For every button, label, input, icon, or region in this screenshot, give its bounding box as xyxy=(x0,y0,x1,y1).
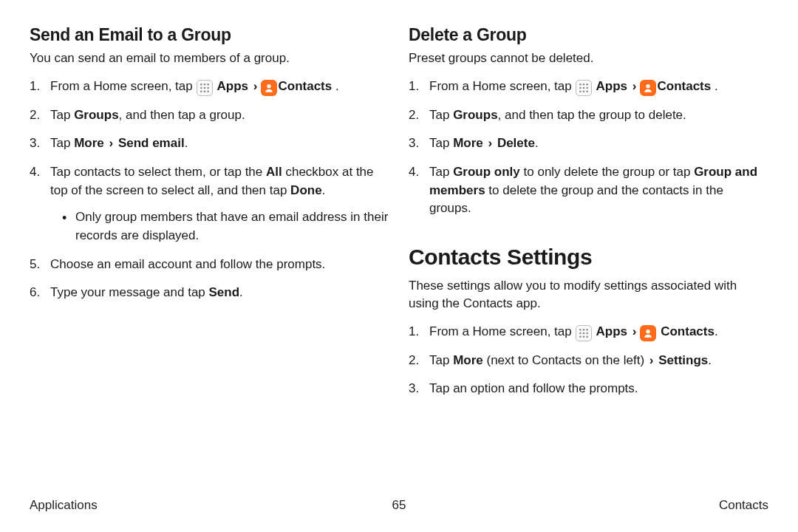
heading-send-email: Send an Email to a Group xyxy=(30,25,389,45)
substep-1: Only group members that have an email ad… xyxy=(62,208,389,245)
all-label: All xyxy=(266,165,282,179)
text: Tap contacts to select them, or tap the xyxy=(50,165,266,179)
more-label: More xyxy=(74,136,107,150)
svg-point-19 xyxy=(647,84,650,88)
step-5: Choose an email account and follow the p… xyxy=(30,256,389,274)
intro-send-email: You can send an email to members of a gr… xyxy=(30,50,389,67)
steps-send-email: From a Home screen, tap Apps ›Contacts .… xyxy=(30,78,389,302)
manual-page: Send an Email to a Group You can send an… xyxy=(0,0,798,532)
svg-point-7 xyxy=(204,90,206,92)
svg-point-3 xyxy=(201,87,203,89)
step-1: From a Home screen, tap Apps › Contacts. xyxy=(409,323,768,341)
svg-point-10 xyxy=(580,83,582,86)
text: Tap xyxy=(429,108,453,122)
svg-point-25 xyxy=(587,332,589,334)
footer-right: Contacts xyxy=(719,498,768,513)
steps-delete-group: From a Home screen, tap Apps ›Contacts .… xyxy=(409,78,768,218)
text: . xyxy=(711,79,717,93)
chevron-icon: › xyxy=(109,136,113,150)
svg-point-24 xyxy=(583,332,585,334)
svg-point-28 xyxy=(587,335,589,338)
intro-contacts-settings: These settings allow you to modify setti… xyxy=(409,277,768,313)
svg-point-2 xyxy=(208,83,210,86)
svg-point-1 xyxy=(204,83,206,86)
step-6: Type your message and tap Send. xyxy=(30,284,389,302)
contacts-label: Contacts xyxy=(657,79,711,93)
svg-point-5 xyxy=(208,87,210,89)
footer-left: Applications xyxy=(30,498,98,513)
svg-point-26 xyxy=(580,335,582,338)
text: (next to Contacts on the left) xyxy=(483,353,648,367)
step-3: Tap an option and follow the prompts. xyxy=(409,380,768,398)
svg-point-0 xyxy=(201,83,203,86)
svg-point-14 xyxy=(583,87,585,89)
contacts-label: Contacts xyxy=(278,79,332,93)
heading-contacts-settings: Contacts Settings xyxy=(409,245,768,270)
text: Tap xyxy=(50,108,74,122)
text: . xyxy=(322,183,326,197)
contacts-label: Contacts xyxy=(657,324,714,338)
intro-delete-group: Preset groups cannot be deleted. xyxy=(409,50,768,67)
apps-icon xyxy=(576,80,592,96)
group-only-label: Group only xyxy=(453,165,520,179)
step-2: Tap Groups, and then tap a group. xyxy=(30,106,389,125)
text: From a Home screen, tap xyxy=(50,79,196,93)
text: . xyxy=(185,136,188,150)
svg-point-23 xyxy=(580,332,582,334)
text: . xyxy=(715,324,718,338)
apps-label: Apps xyxy=(593,324,630,338)
text: . xyxy=(535,136,539,150)
contacts-icon xyxy=(261,80,277,96)
svg-point-8 xyxy=(208,90,210,92)
step-4: Tap Group only to only delete the group … xyxy=(409,163,768,218)
more-label: More xyxy=(453,136,486,150)
steps-contacts-settings: From a Home screen, tap Apps › Contacts.… xyxy=(409,323,768,398)
svg-point-16 xyxy=(580,90,582,92)
svg-point-4 xyxy=(204,87,206,89)
chevron-icon: › xyxy=(632,324,637,338)
page-number: 65 xyxy=(392,498,406,513)
text: Tap xyxy=(429,353,453,367)
heading-delete-group: Delete a Group xyxy=(409,25,768,45)
svg-point-15 xyxy=(587,87,589,89)
substeps: Only group members that have an email ad… xyxy=(50,208,389,245)
contacts-icon xyxy=(640,325,656,341)
text: , and then tap the group to delete. xyxy=(498,108,686,122)
step-1: From a Home screen, tap Apps ›Contacts . xyxy=(409,78,768,96)
two-column-layout: Send an Email to a Group You can send an… xyxy=(30,25,768,409)
step-3: Tap More › Delete. xyxy=(409,134,768,153)
text: From a Home screen, tap xyxy=(429,324,575,338)
text: to only delete the group or tap xyxy=(520,165,694,179)
svg-point-11 xyxy=(583,83,585,86)
svg-point-17 xyxy=(583,90,585,92)
chevron-icon: › xyxy=(488,136,492,150)
step-1: From a Home screen, tap Apps ›Contacts . xyxy=(30,78,389,96)
page-footer: Applications 65 Contacts xyxy=(30,498,768,513)
delete-label: Delete xyxy=(494,136,535,150)
svg-point-9 xyxy=(267,84,271,88)
step-2: Tap More (next to Contacts on the left) … xyxy=(409,352,768,370)
text: , and then tap a group. xyxy=(119,108,245,122)
step-4: Tap contacts to select them, or tap the … xyxy=(30,163,389,245)
step-3: Tap More › Send email. xyxy=(30,134,389,153)
right-column: Delete a Group Preset groups cannot be d… xyxy=(409,25,768,409)
text: Tap xyxy=(429,165,453,179)
text: . xyxy=(239,285,243,299)
groups-label: Groups xyxy=(453,108,497,122)
svg-point-21 xyxy=(583,329,585,331)
svg-point-29 xyxy=(647,330,650,333)
done-label: Done xyxy=(290,183,322,197)
settings-label: Settings xyxy=(655,353,708,367)
send-email-label: Send email xyxy=(115,136,184,150)
svg-point-13 xyxy=(580,87,582,89)
text: . xyxy=(708,353,712,367)
chevron-icon: › xyxy=(253,79,258,93)
text: From a Home screen, tap xyxy=(429,79,575,93)
text: Tap xyxy=(429,136,453,150)
send-label: Send xyxy=(209,285,240,299)
chevron-icon: › xyxy=(649,353,654,367)
svg-point-27 xyxy=(583,335,585,338)
text: Tap xyxy=(50,136,74,150)
groups-label: Groups xyxy=(74,108,118,122)
text: Type your message and tap xyxy=(50,285,209,299)
